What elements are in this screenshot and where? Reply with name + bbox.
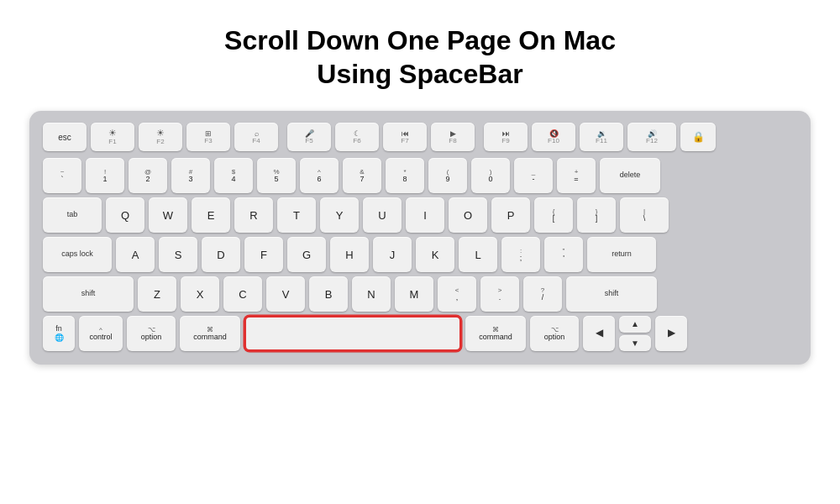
key-right-option[interactable]: ⌥ option [530,316,579,351]
qwerty-row: tab Q W E R T Y U I O P { [ } ] | \ [43,197,797,233]
key-period[interactable]: > . [480,276,519,312]
key-r[interactable]: R [234,197,273,233]
key-quote[interactable]: " ' [544,237,583,272]
key-capslock[interactable]: caps lock [43,237,112,272]
zxcv-row: shift Z X C V B N M < , > . ? / shift [43,276,797,312]
number-row: ~ ` ! 1 @ 2 # 3 $ 4 % 5 ^ 6 & 7 [43,158,797,193]
key-tab[interactable]: tab [43,197,102,233]
key-arrow-down[interactable]: ▼ [619,335,651,352]
key-f10[interactable]: 🔇 F10 [532,123,575,151]
key-s[interactable]: S [159,237,197,272]
key-delete[interactable]: delete [600,158,660,193]
key-1[interactable]: ! 1 [86,158,124,193]
key-esc[interactable]: esc [43,123,87,151]
key-control[interactable]: ^ control [79,316,123,351]
key-lbracket[interactable]: { [ [534,197,573,233]
key-y[interactable]: Y [320,197,359,233]
key-left-option[interactable]: ⌥ option [127,316,176,351]
key-a[interactable]: A [116,237,155,272]
key-lshift[interactable]: shift [43,276,134,312]
key-z[interactable]: Z [138,276,176,312]
key-f3[interactable]: ⊞ F3 [186,123,230,151]
key-f8[interactable]: ▶ F8 [431,123,475,151]
key-lock[interactable]: 🔒 [680,123,716,151]
bottom-row: fn 🌐 ^ control ⌥ option ⌘ command ⌘ comm… [43,316,797,351]
asdf-row: caps lock A S D F G H J K L : ; " ' retu… [43,237,797,272]
key-f2[interactable]: ☀ F2 [139,123,182,151]
page-title: Scroll Down One Page On Mac Using SpaceB… [224,24,616,91]
key-f6[interactable]: ☾ F6 [335,123,379,151]
key-f7[interactable]: ⏮ F7 [383,123,427,151]
key-arrow-right[interactable]: ▶ [655,316,687,351]
key-f4[interactable]: ⌕ F4 [234,123,278,151]
key-u[interactable]: U [363,197,402,233]
key-f5[interactable]: 🎤 F5 [287,123,331,151]
key-f1[interactable]: ☀ F1 [91,123,134,151]
key-arrow-updown: ▲ ▼ [619,316,651,351]
key-w[interactable]: W [149,197,187,233]
key-minus[interactable]: _ - [514,158,553,193]
keyboard: esc ☀ F1 ☀ F2 ⊞ F3 ⌕ F4 🎤 F5 ☾ F6 ⏮ [29,111,811,365]
key-fn[interactable]: fn 🌐 [43,316,75,351]
fkey-row: esc ☀ F1 ☀ F2 ⊞ F3 ⌕ F4 🎤 F5 ☾ F6 ⏮ [43,123,797,154]
key-f11[interactable]: 🔉 F11 [580,123,623,151]
key-t[interactable]: T [277,197,316,233]
key-f[interactable]: F [244,237,283,272]
key-comma[interactable]: < , [438,276,476,312]
key-9[interactable]: ( 9 [428,158,467,193]
key-left-command[interactable]: ⌘ command [180,316,240,351]
key-p[interactable]: P [491,197,530,233]
key-slash[interactable]: ? / [523,276,562,312]
key-e[interactable]: E [192,197,230,233]
key-c[interactable]: C [223,276,262,312]
key-d[interactable]: D [202,237,240,272]
key-3[interactable]: # 3 [171,158,210,193]
key-7[interactable]: & 7 [343,158,381,193]
key-rshift[interactable]: shift [566,276,657,312]
key-arrow-up[interactable]: ▲ [619,316,651,333]
key-i[interactable]: I [406,197,444,233]
key-semicolon[interactable]: : ; [501,237,540,272]
key-spacebar[interactable] [244,316,461,351]
key-8[interactable]: * 8 [386,158,424,193]
key-arrow-left[interactable]: ◀ [583,316,615,351]
key-6[interactable]: ^ 6 [300,158,339,193]
key-backslash[interactable]: | \ [620,197,669,233]
key-f12[interactable]: 🔊 F12 [627,123,676,151]
key-return[interactable]: return [587,237,656,272]
key-q[interactable]: Q [106,197,144,233]
key-f9[interactable]: ⏭ F9 [484,123,528,151]
key-rbracket[interactable]: } ] [577,197,616,233]
key-v[interactable]: V [266,276,305,312]
key-5[interactable]: % 5 [257,158,296,193]
key-4[interactable]: $ 4 [214,158,253,193]
key-x[interactable]: X [181,276,219,312]
key-2[interactable]: @ 2 [129,158,167,193]
key-k[interactable]: K [416,237,454,272]
key-0[interactable]: ) 0 [471,158,510,193]
key-o[interactable]: O [449,197,487,233]
key-b[interactable]: B [309,276,348,312]
key-m[interactable]: M [395,276,433,312]
key-j[interactable]: J [373,237,412,272]
key-n[interactable]: N [352,276,391,312]
key-l[interactable]: L [459,237,497,272]
key-tilde[interactable]: ~ ` [43,158,81,193]
key-h[interactable]: H [330,237,369,272]
key-right-command[interactable]: ⌘ command [465,316,526,351]
key-equals[interactable]: + = [557,158,596,193]
key-g[interactable]: G [287,237,326,272]
